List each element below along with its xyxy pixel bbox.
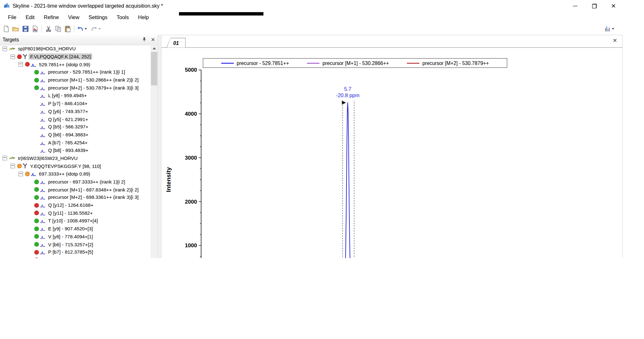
tree-item[interactable]: E [y9] - 907.4520+[3] — [0, 225, 150, 233]
copy-icon — [55, 25, 61, 32]
transition-icon — [40, 211, 46, 216]
skyline-app-icon — [4, 2, 10, 10]
status-dot-slot — [34, 250, 40, 254]
tree-item[interactable]: V [y8] - 778.4094+[1] — [0, 233, 150, 241]
status-dot-slot — [17, 164, 23, 168]
save-button[interactable] — [20, 24, 30, 34]
redo-dropdown-icon — [98, 28, 101, 30]
svg-text:4000: 4000 — [185, 111, 197, 117]
tree-item[interactable]: precursor [M+1] - 697.8348++ (irank 2)[i… — [0, 186, 150, 194]
tree-item[interactable]: Q [y5] - 621.2991+ — [0, 115, 150, 123]
save-icon — [22, 25, 29, 32]
legend-line-sample — [307, 62, 319, 63]
restore-button[interactable] — [584, 0, 604, 12]
expand-collapse-box[interactable] — [3, 156, 7, 161]
chart-close-icon[interactable]: ✕ — [613, 37, 617, 44]
menu-tools[interactable]: Tools — [112, 13, 133, 22]
tree-item[interactable]: 529.7851++ (idotp 0.99) — [0, 61, 150, 69]
expand-collapse-box[interactable] — [10, 54, 15, 59]
transition-icon — [40, 218, 46, 223]
import-results-icon — [32, 25, 38, 32]
tree-item[interactable]: F.VLPQQQAQF.K [244, 252] — [0, 53, 150, 61]
status-dot-slot — [34, 219, 40, 223]
title-bar[interactable]: Skyline - 2021-time window overlapped ta… — [0, 0, 623, 12]
transition-icon — [40, 125, 46, 130]
paste-button[interactable] — [63, 24, 72, 34]
open-file-button[interactable] — [11, 24, 20, 34]
tree-item[interactable]: L [y8] - 959.4945+ — [0, 92, 150, 100]
svg-text:5000: 5000 — [185, 67, 197, 73]
tree-item-label: sp|P80198|HOG3_HORVU — [17, 46, 77, 51]
tree-item[interactable]: precursor - 697.3333++ (irank 1)[i 2] — [0, 178, 150, 186]
tree-item[interactable]: P [y7] - 846.4104+ — [0, 100, 150, 108]
tree-item[interactable]: sp|P80198|HOG3_HORVU — [0, 45, 150, 53]
tree-item[interactable]: Q [y11] - 1136.5582+ — [0, 209, 150, 217]
chromatogram-plot[interactable]: 0246810121416010002000300040005000Retent… — [161, 47, 623, 258]
targets-vertical-scrollbar[interactable] — [150, 45, 158, 258]
expand-collapse-box[interactable] — [18, 172, 23, 176]
transition-icon — [40, 117, 46, 122]
tree-item[interactable]: precursor [M+1] - 530.2866++ (irank 2)[i… — [0, 76, 150, 84]
undo-icon — [77, 25, 84, 32]
tab-01[interactable]: 01 — [166, 38, 186, 48]
status-dot — [34, 242, 39, 247]
menu-file[interactable]: File — [4, 13, 21, 22]
tree-item[interactable]: Q [y6] - 749.3577+ — [0, 107, 150, 115]
tree-item[interactable]: Q [b6] - 694.3883+ — [0, 131, 150, 139]
menu-refine[interactable]: Refine — [39, 13, 63, 22]
expand-collapse-box[interactable] — [18, 62, 23, 67]
copy-button[interactable] — [53, 24, 63, 34]
tree-item[interactable]: precursor [M+2] - 530.7879++ (irank 3)[i… — [0, 84, 150, 92]
status-dot-slot — [34, 179, 40, 184]
transition-icon — [40, 148, 46, 153]
import-results-button[interactable] — [30, 24, 40, 34]
menu-settings[interactable]: Settings — [84, 13, 112, 22]
menu-help[interactable]: Help — [133, 13, 153, 22]
tree-item[interactable]: precursor - 529.7851++ (irank 1)[i 1] — [0, 68, 150, 76]
tree-item[interactable]: A [b7] - 765.4254+ — [0, 139, 150, 147]
menu-view[interactable]: View — [64, 13, 84, 22]
tree-item[interactable]: T [y10] - 1008.4997+[4] — [0, 217, 150, 225]
transition-icon — [40, 226, 46, 231]
scroll-up-icon[interactable] — [150, 45, 158, 52]
targets-close-icon[interactable]: ✕ — [151, 37, 155, 43]
transition-icon — [40, 179, 46, 184]
cut-button[interactable] — [44, 24, 53, 34]
status-dot-slot — [25, 172, 31, 176]
expand-collapse-box[interactable] — [10, 164, 15, 168]
tree-item[interactable]: tr|I6SW23|I6SW23_HORVU — [0, 154, 150, 162]
minimize-button[interactable] — [565, 0, 584, 12]
tree-item[interactable]: Q [y12] - 1264.6168+ — [0, 201, 150, 209]
redo-button[interactable] — [90, 24, 104, 34]
transition-icon — [40, 70, 46, 75]
library-match-button[interactable] — [604, 24, 617, 33]
vertical-scroll-thumb[interactable] — [151, 52, 157, 85]
targets-title: Targets — [3, 37, 19, 43]
close-button[interactable]: ✕ — [604, 0, 623, 12]
tree-item[interactable]: 697.3333++ (idotp 0.89) — [0, 170, 150, 178]
tree-item-label: 697.3333++ (idotp 0.89) — [38, 171, 91, 177]
pin-icon[interactable] — [142, 37, 147, 43]
legend-label: precursor [M+1] - 530.2866++ — [322, 60, 389, 66]
new-document-button[interactable] — [1, 24, 11, 34]
tree-item[interactable]: V [b6] - 715.3257+[2] — [0, 241, 150, 249]
undo-button[interactable] — [76, 24, 90, 34]
svg-text:2000: 2000 — [185, 199, 197, 205]
tree-item[interactable]: Y.EQQTEVPSKGGSF.Y [98, 110] — [0, 162, 150, 170]
tree-item[interactable]: P [b7] - 812.3785+[5] — [0, 248, 150, 256]
tree-item[interactable]: precursor [M+2] - 698.3361++ (irank 3)[i… — [0, 193, 150, 201]
status-dot-slot — [25, 62, 31, 67]
tree-item[interactable]: Q [b8] - 893.4839+ — [0, 147, 150, 155]
tree-item[interactable]: Q [b5] - 566.3297+ — [0, 123, 150, 131]
status-dot — [34, 227, 39, 231]
chart-body: 0246810121416010002000300040005000Retent… — [161, 47, 622, 258]
tree-item-label: E [y9] - 907.4520+[3] — [47, 226, 94, 231]
library-match-dropdown-icon — [612, 28, 614, 29]
tree-item-label: V [b6] - 715.3257+[2] — [47, 242, 94, 247]
expand-collapse-box[interactable] — [3, 47, 7, 51]
tree-item[interactable]: S [b8] - 899.4105+[6] — [0, 256, 150, 258]
tree-item-label: Q [b8] - 893.4839+ — [47, 148, 89, 153]
targets-header: Targets ✕ — [0, 35, 158, 45]
menu-edit[interactable]: Edit — [21, 13, 39, 22]
redo-icon — [91, 25, 97, 32]
